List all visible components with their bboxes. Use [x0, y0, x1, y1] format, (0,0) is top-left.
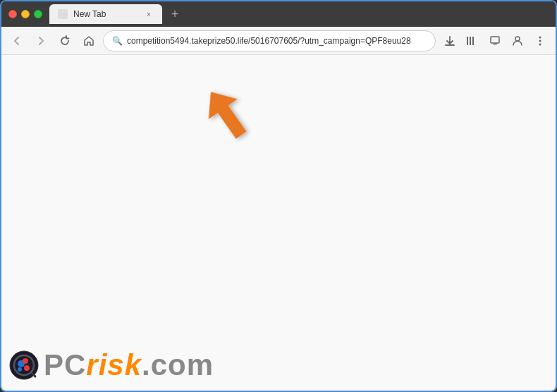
browser-window: New Tab × + — [0, 0, 557, 392]
svg-rect-4 — [493, 43, 497, 45]
download-button[interactable] — [440, 31, 460, 51]
logo-com: .com — [142, 348, 214, 381]
svg-point-14 — [18, 367, 22, 372]
svg-point-7 — [539, 39, 541, 42]
svg-rect-3 — [491, 37, 499, 43]
nav-right-icons — [440, 31, 550, 51]
logo-pc: PC — [44, 348, 86, 381]
new-tab-button[interactable]: + — [165, 4, 185, 24]
svg-point-5 — [515, 37, 520, 41]
menu-icon — [534, 35, 546, 47]
download-icon — [444, 35, 455, 47]
pcrisk-logo-icon — [8, 350, 39, 381]
maximize-button[interactable] — [34, 10, 42, 18]
minimize-button[interactable] — [21, 10, 30, 18]
watermark: PCrisk.com — [8, 348, 214, 382]
address-bar[interactable]: 🔍 competition5494.takeprize50.life/50167… — [103, 30, 436, 51]
address-bar-search-icon: 🔍 — [112, 36, 123, 46]
back-icon — [11, 35, 23, 47]
traffic-lights — [8, 10, 42, 18]
tab-title: New Tab — [73, 9, 138, 19]
tab-close-button[interactable]: × — [144, 9, 154, 19]
svg-point-12 — [23, 358, 28, 364]
svg-point-6 — [539, 36, 541, 38]
svg-rect-1 — [470, 37, 471, 45]
profile-button[interactable] — [508, 31, 527, 51]
profile-icon — [512, 35, 523, 47]
svg-point-8 — [539, 43, 541, 45]
tabs-area: New Tab × + — [49, 4, 549, 24]
title-bar: New Tab × + — [1, 1, 556, 27]
page-content: PCrisk.com — [1, 55, 556, 391]
home-button[interactable] — [79, 31, 99, 51]
svg-rect-2 — [472, 37, 474, 45]
tab-favicon — [58, 9, 68, 19]
address-text: competition5494.takeprize50.life/5016707… — [127, 36, 427, 46]
back-button[interactable] — [7, 31, 27, 51]
active-tab[interactable]: New Tab × — [49, 4, 162, 24]
forward-icon — [35, 35, 47, 47]
close-button[interactable] — [8, 10, 17, 18]
svg-point-13 — [24, 365, 30, 371]
svg-marker-9 — [202, 83, 252, 145]
reload-icon — [59, 35, 71, 47]
bookmarks-button[interactable] — [463, 31, 482, 51]
bookmarks-icon — [466, 35, 479, 47]
svg-rect-0 — [467, 37, 468, 45]
synced-tabs-icon — [489, 35, 501, 47]
synced-tabs-button[interactable] — [485, 31, 505, 51]
logo-risk: risk — [86, 348, 142, 381]
arrow-svg — [202, 83, 252, 147]
forward-button[interactable] — [31, 31, 51, 51]
home-icon — [83, 35, 94, 47]
logo-text-container: PCrisk.com — [44, 348, 214, 382]
menu-button[interactable] — [530, 31, 550, 51]
reload-button[interactable] — [55, 31, 75, 51]
nav-bar: 🔍 competition5494.takeprize50.life/50167… — [1, 27, 556, 55]
orange-arrow — [202, 83, 252, 149]
